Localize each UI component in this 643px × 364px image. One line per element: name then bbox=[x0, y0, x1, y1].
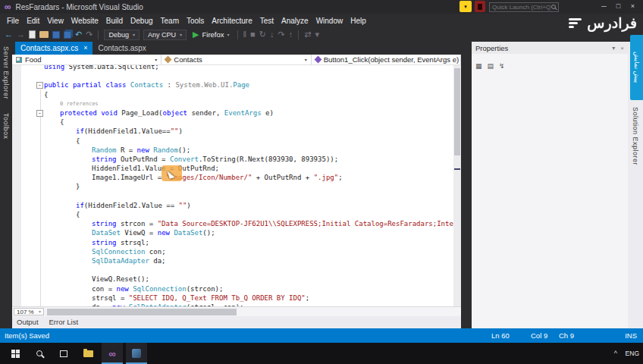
navigate-forward-icon[interactable]: → bbox=[17, 30, 25, 39]
type-dropdown[interactable]: Contacts ▾ bbox=[162, 55, 311, 64]
code-line[interactable]: { bbox=[12, 118, 453, 127]
menu-item-website[interactable]: Website bbox=[67, 15, 102, 27]
solution-platform-select[interactable]: Any CPU ▾ bbox=[143, 30, 187, 40]
document-tab-contacts.aspx.cs[interactable]: Contacts.aspx.cs× bbox=[15, 42, 93, 55]
toolbar-options-icon[interactable]: ▾ bbox=[315, 30, 319, 39]
start-debugging-button[interactable]: ▶ Firefox ▾ bbox=[190, 30, 232, 39]
code-line[interactable]: string strcon = "Data Source=DESKTOP-JF6… bbox=[12, 219, 453, 228]
code-line[interactable]: SqlDataAdapter da; bbox=[12, 256, 453, 265]
tab-output[interactable]: Output bbox=[17, 318, 39, 328]
menu-item-help[interactable]: Help bbox=[347, 15, 370, 27]
chevron-down-icon[interactable]: ▾ bbox=[612, 45, 615, 52]
quick-launch-input[interactable] bbox=[492, 4, 551, 11]
taskbar-search-button[interactable] bbox=[29, 343, 50, 364]
recorder-app-button[interactable] bbox=[126, 343, 147, 364]
codelens-line[interactable]: 0 references bbox=[12, 99, 453, 108]
events-icon[interactable]: ↯ bbox=[499, 63, 505, 70]
zoom-select[interactable]: 107 % ▾ bbox=[14, 308, 44, 315]
code-line[interactable] bbox=[12, 265, 453, 275]
code-line[interactable]: HiddenField1.Value = OutPutRnd; bbox=[12, 164, 453, 173]
code-line[interactable]: SqlConnection con; bbox=[12, 247, 453, 256]
close-icon[interactable]: × bbox=[83, 45, 87, 52]
code-line[interactable]: string strsql; bbox=[12, 238, 453, 247]
code-line[interactable] bbox=[12, 192, 453, 201]
menu-item-build[interactable]: Build bbox=[102, 15, 127, 27]
code-line[interactable]: { bbox=[12, 210, 453, 219]
categorized-icon[interactable]: ▦ bbox=[475, 63, 482, 70]
file-explorer-button[interactable] bbox=[77, 343, 99, 364]
code-lines[interactable]: using System.Data.SqlClient;-public part… bbox=[12, 65, 453, 306]
code-line[interactable]: } bbox=[12, 182, 453, 191]
close-icon[interactable]: × bbox=[620, 45, 624, 52]
step-out-icon[interactable]: ↑ bbox=[289, 30, 293, 39]
code-line[interactable]: { bbox=[12, 136, 453, 146]
fold-collapse-icon[interactable]: - bbox=[36, 82, 43, 89]
start-button[interactable] bbox=[5, 343, 26, 364]
code-line[interactable]: -protected void Page_Load(object sender,… bbox=[12, 108, 453, 118]
member-dropdown[interactable]: Button1_Click(object sender, EventArgs e… bbox=[312, 55, 461, 64]
horizontal-scrollbar-thumb[interactable] bbox=[47, 309, 237, 315]
code-token: "Data Source=DESKTOP-JF62U1\\SQLEXPRESS;… bbox=[158, 220, 453, 228]
code-line[interactable]: Random R = new Random(); bbox=[12, 146, 453, 155]
document-tab-contacts.aspx[interactable]: Contacts.aspx bbox=[93, 42, 151, 55]
tab-toolbox[interactable]: Toolbox bbox=[2, 113, 10, 140]
code-line[interactable]: DataSet ViewQ = new DataSet(); bbox=[12, 228, 453, 237]
menu-item-view[interactable]: View bbox=[43, 15, 67, 27]
code-editor[interactable]: using System.Data.SqlClient;-public part… bbox=[12, 65, 461, 306]
code-token: Random bbox=[92, 146, 117, 154]
restart-icon[interactable]: ↻ bbox=[259, 30, 266, 39]
code-line[interactable]: Image1.ImageUrl = "images/Icon/Number/" … bbox=[12, 173, 453, 182]
stop-debugging-icon[interactable]: ■ bbox=[250, 30, 256, 39]
fold-collapse-icon[interactable]: - bbox=[36, 110, 43, 117]
sync-with-active-document-icon[interactable]: ⇄ bbox=[304, 30, 311, 39]
code-line[interactable]: if(HiddenField2.Value == "") bbox=[12, 201, 453, 210]
tray-expand-button[interactable]: ^ bbox=[614, 343, 617, 364]
video-overlay-dropdown-button[interactable]: ▼ bbox=[460, 1, 472, 12]
redo-icon[interactable]: ↷ bbox=[86, 30, 93, 39]
step-over-icon[interactable]: ↷ bbox=[278, 30, 284, 39]
vertical-scrollbar[interactable] bbox=[453, 65, 461, 306]
menu-item-tools[interactable]: Tools bbox=[183, 15, 208, 27]
navigate-backward-icon[interactable]: ← bbox=[5, 30, 13, 39]
minimize-button[interactable]: ─ bbox=[597, 0, 611, 14]
new-file-icon[interactable] bbox=[29, 30, 36, 39]
menu-item-file[interactable]: File bbox=[3, 15, 23, 27]
open-file-icon[interactable] bbox=[39, 31, 49, 38]
visual-studio-taskbar-button[interactable]: ∞ bbox=[102, 343, 123, 364]
menu-item-team[interactable]: Team bbox=[157, 15, 183, 27]
menu-item-debug[interactable]: Debug bbox=[127, 15, 156, 27]
code-line[interactable]: -public partial class Contacts : System.… bbox=[12, 80, 453, 89]
vertical-scrollbar-thumb[interactable] bbox=[454, 68, 460, 155]
step-into-icon[interactable]: ↓ bbox=[270, 30, 274, 39]
undo-icon[interactable]: ↶ bbox=[75, 30, 82, 39]
menu-item-window[interactable]: Window bbox=[312, 15, 347, 27]
code-line[interactable]: ViewQ.Reset(); bbox=[12, 275, 453, 284]
solution-configuration-select[interactable]: Debug ▾ bbox=[104, 30, 140, 40]
language-indicator[interactable]: ENG bbox=[626, 343, 639, 364]
code-line[interactable]: using System.Data.SqlClient; bbox=[12, 65, 453, 71]
menu-item-architecture[interactable]: Architecture bbox=[208, 15, 256, 27]
video-overlay-record-button[interactable] bbox=[475, 1, 485, 12]
code-line[interactable] bbox=[12, 71, 453, 80]
alphabetical-icon[interactable]: ▤ bbox=[488, 63, 494, 70]
maximize-button[interactable]: □ bbox=[611, 0, 626, 14]
tab-error-list[interactable]: Error List bbox=[49, 318, 79, 328]
code-line[interactable]: strsql = "SELECT IDQ, Q_Text FROM Tb_Q O… bbox=[12, 293, 453, 303]
close-button[interactable]: × bbox=[626, 0, 640, 14]
quick-launch-box[interactable] bbox=[489, 2, 559, 12]
code-line[interactable]: con = new SqlConnection(strcon); bbox=[12, 284, 453, 293]
code-line[interactable]: { bbox=[12, 90, 453, 99]
menu-item-edit[interactable]: Edit bbox=[23, 15, 43, 27]
tab-solution-explorer[interactable]: Solution Explorer bbox=[632, 107, 639, 165]
code-line[interactable]: string OutPutRnd = Convert.ToString(R.Ne… bbox=[12, 155, 453, 164]
code-line[interactable]: if(HiddenField1.Value=="") bbox=[12, 127, 453, 136]
break-all-icon[interactable]: ‖ bbox=[243, 30, 247, 39]
menu-item-test[interactable]: Test bbox=[256, 15, 278, 27]
menu-item-analyze[interactable]: Analyze bbox=[278, 15, 312, 27]
tab-server-explorer[interactable]: Server Explorer bbox=[2, 46, 10, 99]
code-token: e) bbox=[262, 109, 274, 117]
project-dropdown[interactable]: Food ▾ bbox=[12, 55, 162, 64]
save-icon[interactable] bbox=[52, 31, 60, 39]
task-view-button[interactable] bbox=[53, 343, 74, 364]
save-all-icon[interactable] bbox=[64, 31, 71, 39]
